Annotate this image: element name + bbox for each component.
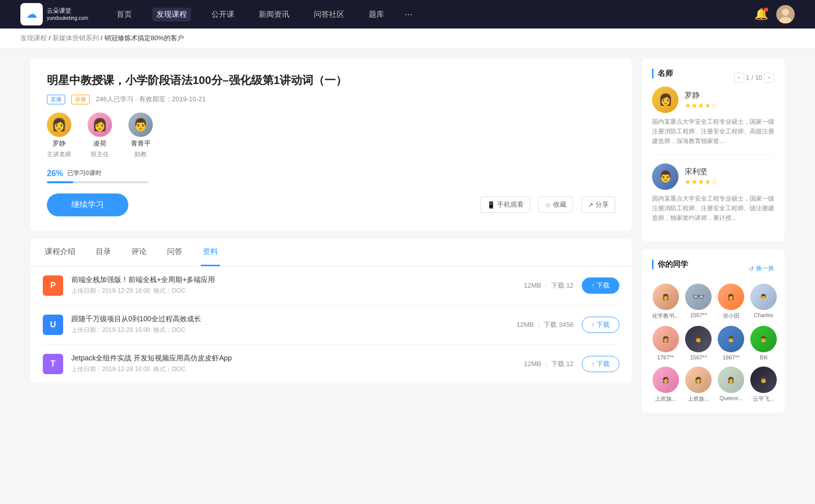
resource-list: P 前端全栈加强版！前端全栈+全周期+多端应用 上传日期：2019-12-28 … (31, 266, 632, 383)
student-item: 👨 Charles (750, 284, 777, 320)
student-name-9: 上班族... (688, 395, 709, 403)
student-item: 👩 上班族... (685, 367, 712, 403)
resource-name: Jetpack全组件实战 开发短视频应用高仿皮皮虾App (71, 354, 515, 363)
student-item: 👨 Bill (750, 326, 777, 360)
resource-stats: 12MB | 下载 12 (524, 281, 573, 290)
student-item: 👩 张小田 (718, 284, 744, 320)
download-button-1[interactable]: ↑ 下载 (582, 317, 619, 333)
student-item: 👓 1567** (685, 284, 712, 320)
student-item: 👩 化学教书... (652, 284, 679, 320)
action-row: 继续学习 📱 手机观看 ☆ 收藏 ↗ 分享 (47, 193, 615, 216)
teacher-card-lj: 👩 罗静 ★★★★☆ 国内某重点大学安全工程专业硕士，国家一级注册消防工程师、注… (652, 87, 774, 147)
resource-meta: 上传日期：2019-12-28 16:00 格式：DOC (71, 287, 515, 295)
nav-home[interactable]: 首页 (113, 8, 136, 21)
student-name-10: Queenr... (720, 395, 743, 401)
breadcrumb: 发现课程 / 新媒体营销系列 / 销冠修炼术搞定80%的客户 (0, 29, 815, 48)
breadcrumb-current: 销冠修炼术搞定80%的客户 (104, 34, 184, 42)
student-name-2: 张小田 (723, 312, 740, 320)
content-area: 明星中教授课，小学阶段语法100分–强化级第1讲动词（一） 直播 录播 246人… (31, 59, 632, 421)
tab-qa[interactable]: 问答 (165, 239, 184, 266)
teacher-card-desc: 国内某重点大学安全工程专业硕士，国家一级注册消防工程师、注册安全工程师、高级注册… (652, 117, 774, 147)
teachers-total: 10 (755, 74, 762, 81)
share-button[interactable]: ↗ 分享 (581, 197, 615, 213)
teacher-qqp: 👨 青青平 助教 (128, 113, 153, 159)
student-avatar-10: 👩 (718, 367, 744, 393)
teacher-lj-name: 罗静 (52, 139, 66, 148)
logo-text: 云朵课堂yundouketing.com (47, 7, 88, 22)
refresh-students-button[interactable]: ↺ 换一换 (749, 264, 774, 273)
teacher-stars: ★★★★☆ (685, 178, 774, 186)
tab-review[interactable]: 评论 (129, 239, 149, 266)
teacher-lj: 👩 罗静 主讲老师 (47, 113, 71, 159)
nav-more[interactable]: ··· (404, 9, 412, 20)
teacher-card-avatar-lj: 👩 (652, 87, 678, 113)
student-item: 👩 1767** (652, 326, 679, 360)
nav-discover[interactable]: 发现课程 (152, 8, 191, 21)
badge-record: 录播 (71, 95, 90, 104)
continue-button[interactable]: 继续学习 (47, 193, 128, 216)
resource-icon-u: U (43, 315, 63, 335)
teacher-card-header: 👩 罗静 ★★★★☆ (652, 87, 774, 113)
student-name-5: 1567** (690, 354, 707, 360)
resource-stats: 12MB | 下载 12 (524, 359, 573, 369)
progress-bar-fill (47, 181, 73, 183)
nav-public[interactable]: 公开课 (207, 8, 238, 21)
teachers-title-wrap: 名师 ‹ 1/10 › (652, 69, 774, 87)
resource-item: P 前端全栈加强版！前端全栈+全周期+多端应用 上传日期：2019-12-28 … (43, 266, 619, 305)
student-avatar-8: 👩 (653, 367, 679, 393)
nav-news[interactable]: 新闻资讯 (255, 8, 293, 21)
sidebar-divider (652, 155, 774, 155)
resource-meta: 上传日期：2019-12-28 16:00 格式：DOC (71, 326, 508, 334)
course-meta-text: 246人已学习 · 有效期至：2019-10-21 (96, 95, 206, 104)
download-button-0[interactable]: ↑ 下载 (582, 277, 619, 294)
nav-exam[interactable]: 题库 (365, 8, 388, 21)
tab-intro[interactable]: 课程介绍 (43, 239, 77, 266)
teacher-stars: ★★★★☆ (685, 101, 774, 109)
student-name-6: 1867** (723, 354, 740, 360)
student-avatar-1: 👓 (685, 284, 712, 310)
student-avatar-4: 👩 (653, 326, 679, 352)
action-buttons: 📱 手机观看 ☆ 收藏 ↗ 分享 (480, 197, 615, 213)
teacher-lh-name: 凌荷 (93, 139, 106, 148)
student-avatar-0: 👩 (653, 284, 679, 310)
student-item: 👨 云平飞... (750, 367, 777, 403)
student-avatar-2: 👩 (718, 284, 744, 310)
breadcrumb-link-series[interactable]: 新媒体营销系列 (52, 34, 99, 42)
star-icon: ☆ (545, 201, 551, 209)
collect-button[interactable]: ☆ 收藏 (538, 197, 573, 213)
logo-box: ☁ (20, 3, 43, 25)
students-sidebar-card: 你的同学 ↺ 换一换 👩 化学教书... 👓 1567** 👩 张小田 (642, 249, 784, 413)
students-header: 你的同学 ↺ 换一换 (652, 260, 774, 277)
download-button-2[interactable]: ↑ 下载 (582, 356, 619, 372)
teacher-card-header: 👨 宋利坚 ★★★★☆ (652, 163, 774, 190)
share-icon: ↗ (588, 201, 593, 209)
tab-resource[interactable]: 资料 (201, 239, 220, 266)
progress-bar-bg (47, 181, 149, 183)
tabs-header: 课程介绍 目录 评论 问答 资料 (31, 239, 632, 266)
breadcrumb-link-discover[interactable]: 发现课程 (20, 34, 47, 42)
resource-item: T Jetpack全组件实战 开发短视频应用高仿皮皮虾App 上传日期：2019… (43, 345, 619, 383)
teachers-next-arrow[interactable]: › (764, 73, 774, 83)
teacher-card-info: 罗静 ★★★★☆ (685, 91, 774, 109)
resource-stats: 12MB | 下载 3456 (517, 320, 574, 329)
resource-info: Jetpack全组件实战 开发短视频应用高仿皮皮虾App 上传日期：2019-1… (71, 354, 515, 374)
students-grid: 👩 化学教书... 👓 1567** 👩 张小田 👨 Charles 👩 (652, 284, 774, 403)
mobile-watch-button[interactable]: 📱 手机观看 (480, 197, 530, 213)
svg-point-1 (782, 9, 789, 16)
user-avatar[interactable] (776, 5, 795, 23)
student-item: 👨 1867** (718, 326, 744, 360)
nav-qa[interactable]: 问答社区 (310, 8, 348, 21)
teachers-sidebar-card: 名师 ‹ 1/10 › 👩 罗静 ★★★★☆ 国内某重点大学安全工程专业硕士，国… (642, 59, 784, 241)
progress-sub: 已学习0课时 (67, 169, 101, 178)
teachers-prev-arrow[interactable]: ‹ (734, 73, 744, 83)
logo[interactable]: ☁ 云朵课堂yundouketing.com (20, 3, 88, 25)
tab-catalog[interactable]: 目录 (94, 239, 113, 266)
sidebar: 名师 ‹ 1/10 › 👩 罗静 ★★★★☆ 国内某重点大学安全工程专业硕士，国… (642, 59, 784, 421)
student-item: 👩 上班族... (652, 367, 679, 403)
notification-bell[interactable]: 🔔 (754, 8, 768, 21)
teacher-card-name: 宋利坚 (685, 167, 774, 177)
teacher-card-info: 宋利坚 ★★★★☆ (685, 167, 774, 186)
student-item: 👨 1567** (685, 326, 712, 360)
resource-item: U 跟随千万级项目从0到100全过程高效成长 上传日期：2019-12-28 1… (43, 305, 619, 345)
teachers-section-title: 名师 (652, 69, 673, 78)
